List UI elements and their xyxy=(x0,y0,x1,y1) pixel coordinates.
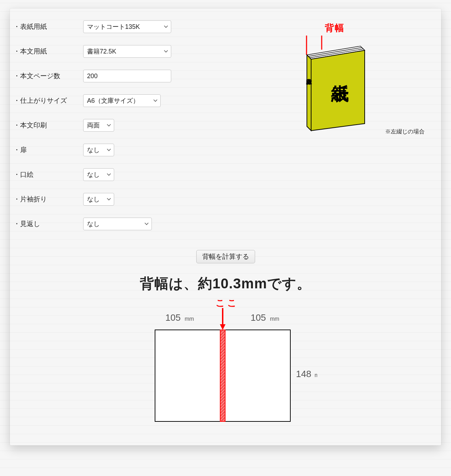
svg-rect-12 xyxy=(225,330,290,421)
spine-result-text: 背幅は、約10.3mmです。 xyxy=(13,274,438,293)
spread-height-dim: 148 xyxy=(296,369,311,379)
tobira-select[interactable]: なし xyxy=(83,144,114,156)
spread-right-dim: 105 xyxy=(251,312,266,323)
tobira-label: 扉 xyxy=(13,145,83,155)
svg-marker-8 xyxy=(220,324,226,330)
book-3d-illustration: 背幅 背表紙 表紙 xyxy=(294,22,375,134)
binding-note: ※左綴じの場合 xyxy=(385,128,425,136)
kuchie-label: 口絵 xyxy=(13,170,83,179)
cover-paper-select[interactable]: マットコート135K xyxy=(83,20,171,33)
body-print-label: 本文印刷 xyxy=(13,121,83,130)
svg-text:148
        mm: 148 mm xyxy=(296,369,317,379)
body-print-select[interactable]: 両面 xyxy=(83,119,114,132)
svg-marker-6 xyxy=(307,55,311,131)
page-count-input[interactable] xyxy=(83,70,171,82)
page-count-label: 本文ページ数 xyxy=(13,71,83,81)
spread-here-label: ここ xyxy=(216,298,239,308)
mikaeshi-select[interactable]: なし xyxy=(83,218,152,230)
svg-rect-15 xyxy=(220,330,225,421)
svg-text:105
        mm: 105 mm xyxy=(251,312,279,323)
finish-size-select[interactable]: A6（文庫サイズ） xyxy=(83,94,161,107)
spine-calc-form: 表紙用紙 マットコート135K 本文用紙 書籍72.5K 本文ページ数 xyxy=(13,18,231,242)
spread-left-dim: 105 xyxy=(165,312,180,323)
svg-rect-11 xyxy=(155,330,220,421)
calculate-spine-button[interactable]: 背幅を計算する xyxy=(196,250,255,263)
kuchie-select[interactable]: なし xyxy=(83,168,114,181)
finish-size-label: 仕上がりサイズ xyxy=(13,96,83,105)
svg-text:105
        mm: 105 mm xyxy=(165,312,194,323)
body-paper-label: 本文用紙 xyxy=(13,47,83,56)
spread-diagram-icon: ここ 105 mm 105 mm xyxy=(134,296,317,430)
spine-width-title: 背幅 xyxy=(294,22,375,34)
svg-marker-5 xyxy=(311,50,365,131)
spread-diagram: ここ 105 mm 105 mm xyxy=(13,296,438,431)
body-paper-select[interactable]: 書籍72.5K xyxy=(83,45,171,58)
katasode-select[interactable]: なし xyxy=(83,193,114,206)
katasode-label: 片袖折り xyxy=(13,195,83,204)
mikaeshi-label: 見返し xyxy=(13,219,83,228)
cover-paper-label: 表紙用紙 xyxy=(13,22,83,31)
book-3d-icon: 背表紙 表紙 xyxy=(294,36,375,134)
